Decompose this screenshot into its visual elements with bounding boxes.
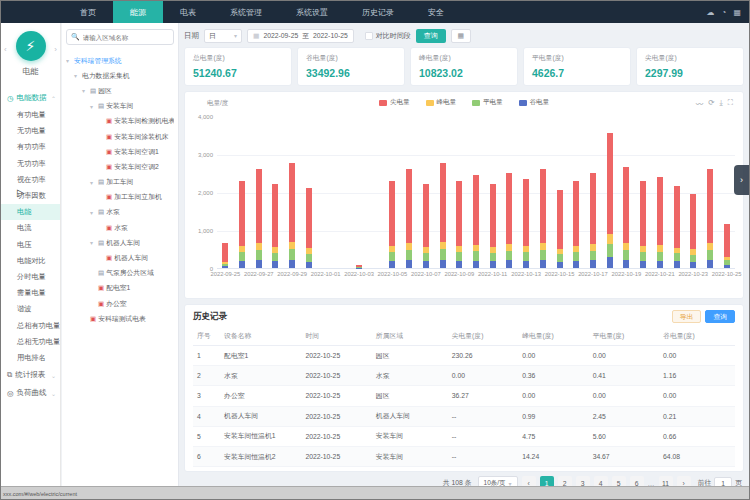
legend-item-2[interactable]: 平电量	[472, 98, 503, 107]
page-button-2[interactable]: 2	[558, 476, 572, 486]
sidebar-item-13[interactable]: 总相有功电量	[1, 317, 60, 333]
nav-tab-0[interactable]: 首页	[63, 1, 113, 23]
sidebar-item-7[interactable]: 电流	[1, 220, 60, 236]
sidebar-item-12[interactable]: 谐波	[1, 301, 60, 317]
bar-2022-10-15[interactable]	[557, 190, 563, 268]
tree-node-6[interactable]: ▣安装车间空调1	[66, 144, 174, 159]
page-button-1[interactable]: 1	[540, 476, 554, 486]
table-row[interactable]: 5安装车间恒温机12022-10-25安装车间--4.755.600.66	[193, 426, 735, 446]
bar-2022-10-13[interactable]	[523, 179, 529, 268]
query-button[interactable]: 查询	[416, 29, 446, 43]
prev-page-button[interactable]: ‹	[522, 476, 536, 486]
tree-toggle-icon[interactable]: ▾	[90, 103, 96, 110]
bar-2022-10-25[interactable]	[724, 224, 730, 268]
page-button-5[interactable]: 5	[612, 476, 626, 486]
sidebar-item-14[interactable]: 总相无功电量	[1, 334, 60, 350]
sidebar-item-15[interactable]: 用电排名	[1, 350, 60, 366]
bar-2022-09-29[interactable]	[289, 163, 295, 268]
line-chart-icon[interactable]: 〰	[696, 98, 704, 109]
sidebar-item-0[interactable]: 有功电量	[1, 107, 60, 123]
bar-2022-10-14[interactable]	[540, 169, 546, 268]
sidebar-item-11[interactable]: 需量电量	[1, 285, 60, 301]
bar-2022-10-21[interactable]	[657, 177, 663, 268]
page-button-6[interactable]: 6	[630, 476, 644, 486]
page-button-4[interactable]: 4	[594, 476, 608, 486]
refresh-icon[interactable]: ⟳	[708, 98, 714, 109]
tree-search-input[interactable]	[83, 34, 169, 41]
date-range-picker[interactable]: ▦ 2022-09-25 至 2022-10-25	[247, 29, 354, 43]
tree-node-16[interactable]: ▣办公室	[66, 296, 174, 311]
carousel-next-button[interactable]: ›	[734, 165, 749, 195]
export-button[interactable]: 导出	[672, 310, 702, 323]
bar-2022-09-26[interactable]	[239, 181, 245, 268]
tree-node-11[interactable]: ▣水泵	[66, 220, 174, 235]
bar-2022-09-25[interactable]	[222, 243, 228, 268]
page-button-3[interactable]: 3	[576, 476, 590, 486]
tree-node-5[interactable]: ▣安装车间涂装机床	[66, 129, 174, 144]
sidebar-item-5[interactable]: 功率因数	[1, 188, 60, 204]
bar-2022-09-27[interactable]	[256, 169, 262, 268]
bar-2022-10-07[interactable]	[423, 184, 429, 268]
granularity-select[interactable]: 日 ▾	[204, 29, 242, 43]
nav-tab-2[interactable]: 电表	[163, 1, 213, 23]
cloud-icon[interactable]: ☁	[707, 8, 715, 17]
module-next-icon[interactable]: ›	[54, 45, 57, 54]
tree-node-2[interactable]: ▾▤园区	[66, 83, 174, 98]
bar-2022-10-18[interactable]	[607, 133, 613, 268]
goto-page-input[interactable]	[714, 477, 732, 487]
tree-toggle-icon[interactable]: ▾	[82, 87, 88, 94]
bar-2022-10-06[interactable]	[406, 169, 412, 268]
tree-node-12[interactable]: ▾▤机器人车间	[66, 235, 174, 250]
tree-toggle-icon[interactable]: ▾	[66, 57, 72, 64]
tree-node-14[interactable]: ▤气泵房公共区域	[66, 266, 174, 281]
tree-node-7[interactable]: ▣安装车间空调2	[66, 159, 174, 174]
bar-2022-10-22[interactable]	[674, 186, 680, 268]
tree-node-1[interactable]: ▾电力数据采集机	[66, 68, 174, 83]
menu-section-load-curve[interactable]: ◎ 负荷曲线 ⌄	[1, 384, 60, 402]
module-prev-icon[interactable]: ‹	[4, 45, 7, 54]
bar-2022-10-08[interactable]	[440, 163, 446, 268]
legend-item-3[interactable]: 谷电量	[519, 98, 550, 107]
bar-2022-09-30[interactable]	[306, 188, 312, 268]
nav-tab-1[interactable]: 能源	[113, 1, 163, 23]
nav-tab-4[interactable]: 系统设置	[279, 1, 345, 23]
compare-checkbox[interactable]: 对比时间段	[365, 31, 411, 41]
tree-node-0[interactable]: ▾安科瑞管理系统	[66, 53, 174, 68]
bar-2022-10-11[interactable]	[490, 184, 496, 268]
bar-2022-10-09[interactable]	[456, 181, 462, 268]
tree-node-10[interactable]: ▾▤水泵	[66, 205, 174, 220]
bar-2022-10-16[interactable]	[573, 181, 579, 268]
sidebar-item-10[interactable]: 分时电量	[1, 269, 60, 285]
bar-2022-10-23[interactable]	[690, 194, 696, 268]
sidebar-item-6[interactable]: 电能	[1, 204, 60, 220]
legend-item-0[interactable]: 尖电量	[379, 98, 410, 107]
apps-grid-icon[interactable]: ▦	[733, 8, 741, 17]
sidebar-item-3[interactable]: 无功功率	[1, 156, 60, 172]
tree-node-15[interactable]: ▣配电室1	[66, 281, 174, 296]
table-row[interactable]: 1配电室12022-10-25园区230.260.000.000.00	[193, 346, 735, 366]
bar-2022-10-03[interactable]	[356, 265, 362, 268]
history-query-button[interactable]: 查询	[705, 310, 735, 323]
table-row[interactable]: 6安装车间恒温机22022-10-25安装车间--14.2434.6764.08	[193, 446, 735, 466]
page-size-select[interactable]: 10条/页 ▾	[478, 476, 518, 486]
bar-2022-10-20[interactable]	[640, 181, 646, 268]
tree-node-3[interactable]: ▾▤安装车间	[66, 99, 174, 114]
table-row[interactable]: 3办公室2022-10-25园区36.270.000.000.00	[193, 386, 735, 406]
energy-module-icon[interactable]: ⚡	[16, 31, 46, 61]
bar-2022-10-10[interactable]	[473, 175, 479, 268]
bar-2022-10-05[interactable]	[389, 181, 395, 268]
sidebar-item-8[interactable]: 电压	[1, 237, 60, 253]
last-page-button[interactable]: 11	[659, 476, 673, 486]
layout-toggle-button[interactable]: ▦	[451, 29, 471, 43]
table-row[interactable]: 2水泵2022-10-25水泵0.000.360.411.16	[193, 366, 735, 386]
legend-item-1[interactable]: 峰电量	[426, 98, 457, 107]
tree-node-4[interactable]: ▣安装车间检测机电表	[66, 114, 174, 129]
nav-tab-5[interactable]: 历史记录	[345, 1, 411, 23]
tree-toggle-icon[interactable]: ▾	[74, 72, 80, 79]
save-image-icon[interactable]: ⤓	[719, 98, 722, 109]
tree-toggle-icon[interactable]: ▾	[90, 179, 96, 186]
help-icon[interactable]: ◔	[722, 8, 727, 17]
bar-2022-10-24[interactable]	[707, 169, 713, 268]
bar-2022-10-17[interactable]	[590, 173, 596, 268]
tree-node-8[interactable]: ▾▤加工车间	[66, 175, 174, 190]
